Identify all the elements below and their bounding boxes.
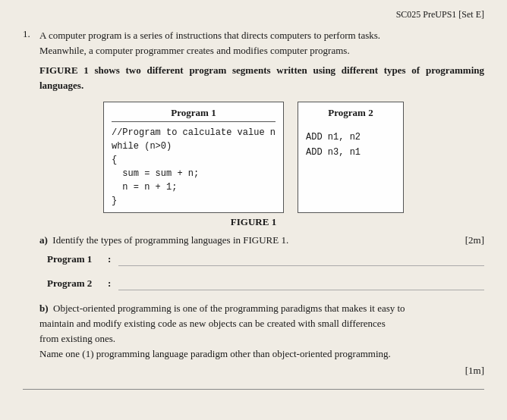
program-1-colon: : <box>108 253 111 265</box>
program-2-answer-input[interactable] <box>118 277 484 290</box>
program-1-code: //Program to calculate value n while (n>… <box>112 126 276 208</box>
program-2-code: ADD n1, n2 ADD n3, n1 <box>306 130 395 161</box>
program-1-box: Program 1 //Program to calculate value n… <box>103 102 284 213</box>
program-1-answer-label: Program 1 <box>47 253 108 265</box>
sub-b-marks: [1m] <box>465 365 484 377</box>
sub-b-line2: maintain and modify existing code as new… <box>39 318 386 329</box>
question-1: 1. A computer program is a series of ins… <box>23 28 484 377</box>
question-number: 1. <box>23 28 35 58</box>
program-2-line-1: ADD n1, n2 <box>306 130 395 145</box>
sub-question-b: b) Object-oriented programming is one of… <box>39 301 484 378</box>
sub-a-question-text: Identify the types of programming langua… <box>52 234 288 246</box>
program-2-colon: : <box>108 277 111 290</box>
figure-intro: FIGURE 1 shows two different program seg… <box>39 63 484 93</box>
sub-a-question-line: a) Identify the types of programming lan… <box>39 234 484 246</box>
program-1-answer-input[interactable] <box>118 252 484 266</box>
program-1-line-3: { <box>112 153 276 167</box>
bottom-divider <box>23 389 484 390</box>
sub-a-label: a) <box>39 234 48 246</box>
program-1-line-4: sum = sum + n; <box>112 167 276 180</box>
program-1-line-1: //Program to calculate value n <box>112 126 276 139</box>
document-header: SC025 PreUPS1 [Set E] <box>23 9 484 20</box>
sub-question-a: a) Identify the types of programming lan… <box>39 234 484 290</box>
sub-b-line4: Name one (1) programming language paradi… <box>39 348 391 359</box>
sub-b-label: b) <box>39 302 49 314</box>
program-2-line-2: ADD n3, n1 <box>306 145 395 160</box>
sub-a-marks: [2m] <box>465 234 484 246</box>
program-1-answer-row: Program 1 : <box>47 252 484 266</box>
question-text-line1: A computer program is a series of instru… <box>39 28 380 43</box>
sub-a-text: a) Identify the types of programming lan… <box>39 234 458 246</box>
program-2-title: Program 2 <box>306 107 395 119</box>
figure-caption: FIGURE 1 <box>23 216 484 228</box>
program-2-answer-label: Program 2 <box>47 277 108 290</box>
sub-b-text: b) Object-oriented programming is one of… <box>39 301 484 362</box>
question-text-line2: Meanwhile, a computer programmer creates… <box>39 43 380 58</box>
answer-lines-block: Program 1 : Program 2 : <box>47 252 484 290</box>
question-number-block: 1. A computer program is a series of ins… <box>23 28 484 58</box>
sub-b-marks-row: [1m] <box>39 365 484 377</box>
sub-b-line1: Object-oriented programming is one of th… <box>53 302 405 314</box>
program-2-box: Program 2 ADD n1, n2 ADD n3, n1 <box>298 102 404 213</box>
program-2-answer-row: Program 2 : <box>47 277 484 290</box>
sub-b-line3: from existing ones. <box>39 333 115 344</box>
program-1-line-6: } <box>112 194 276 208</box>
program-1-title: Program 1 <box>112 107 276 122</box>
figure-1-container: Program 1 //Program to calculate value n… <box>23 102 484 213</box>
program-1-line-2: while (n>0) <box>112 139 276 153</box>
program-1-line-5: n = n + 1; <box>112 180 276 194</box>
